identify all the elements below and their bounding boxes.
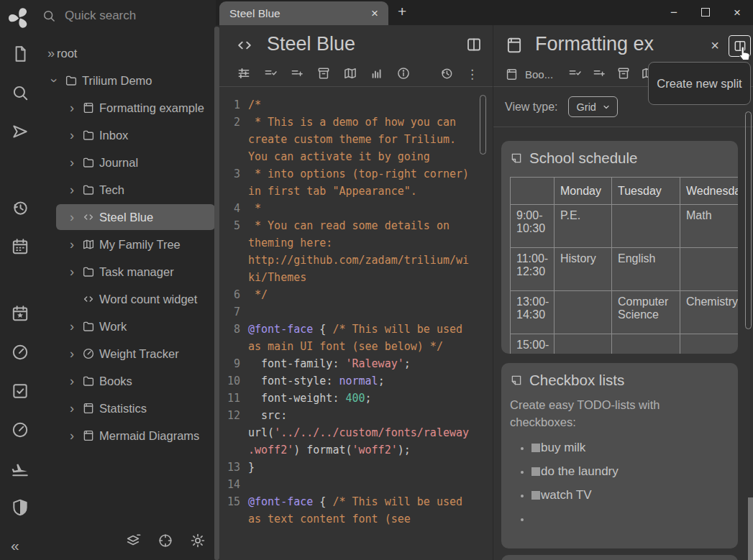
launcher-travel-button[interactable] xyxy=(0,449,40,488)
launcher-calendar-button[interactable] xyxy=(0,227,40,266)
create-split-button-left[interactable] xyxy=(465,36,483,53)
note-pane-left: Steel Blue ⋮ 1 /* 2 * This is a demo of … xyxy=(219,25,493,560)
tree-scrollbar[interactable] xyxy=(214,27,219,560)
layers-minus-button[interactable] xyxy=(125,533,141,551)
note-title-right[interactable]: Formatting ex xyxy=(535,33,697,55)
maximize-icon xyxy=(701,8,710,17)
quick-search-input[interactable]: Quick search xyxy=(42,9,136,23)
ribbon-note-paths-button[interactable] xyxy=(316,66,331,83)
tree-item-formatting-example[interactable]: ›Formatting example xyxy=(40,94,216,121)
settings-button[interactable] xyxy=(190,533,206,551)
checkbox[interactable] xyxy=(531,444,540,452)
ribbon-basic-properties-button[interactable] xyxy=(237,66,251,83)
card-title-text: Checkbox lists xyxy=(529,372,624,389)
chevron-right-icon[interactable]: › xyxy=(66,129,78,141)
tree-item-my-family-tree[interactable]: ›My Family Tree xyxy=(40,231,216,258)
line-number: 11 xyxy=(219,390,248,407)
minimize-button[interactable]: − xyxy=(658,6,690,20)
sliders-icon xyxy=(237,66,251,81)
tree-item-tech[interactable]: ›Tech xyxy=(40,176,216,203)
chevron-right-icon[interactable]: › xyxy=(66,211,78,223)
ribbon-note-map-button[interactable] xyxy=(343,66,357,83)
tab-close-icon[interactable]: × xyxy=(371,6,378,21)
launcher-recent-changes-button[interactable] xyxy=(0,188,40,227)
chevron-right-icon[interactable]: › xyxy=(66,430,78,441)
gauge-icon xyxy=(11,421,29,439)
chevron-right-icon[interactable]: › xyxy=(66,157,78,168)
checkbox[interactable] xyxy=(531,491,540,500)
card-title-school-schedule[interactable]: School schedule xyxy=(510,150,729,167)
new-tab-button[interactable]: + xyxy=(398,3,406,20)
table-row: 13:00-14:30Computer ScienceChemistry xyxy=(511,291,739,334)
launcher-dashboard-button[interactable] xyxy=(0,333,40,372)
tree-item-trilium-demo[interactable]: ›Trilium Demo xyxy=(40,67,216,94)
ribbon-note-info-button[interactable] xyxy=(396,66,411,83)
chevrons-right-icon[interactable]: » xyxy=(45,47,57,59)
right-pane-scrollbar[interactable] xyxy=(745,111,752,329)
launcher-weight-tracker-button[interactable] xyxy=(0,410,40,449)
card-next-partial xyxy=(501,555,738,560)
maximize-button[interactable] xyxy=(690,6,721,20)
launcher-today-journal-button[interactable] xyxy=(0,294,40,333)
trilium-logo-icon xyxy=(5,4,34,32)
launcher-jump-to-note-button[interactable] xyxy=(0,112,40,151)
tree-item-inbox[interactable]: ›Inbox xyxy=(40,121,216,149)
table-cell: P.E. xyxy=(555,205,612,248)
chevron-right-icon[interactable]: › xyxy=(66,184,78,196)
card-title-checkbox-lists[interactable]: Checkbox lists xyxy=(510,372,729,389)
ribbon-similar-notes-button[interactable] xyxy=(370,66,384,83)
tree-item-word-count-widget[interactable]: Word count widget xyxy=(40,285,216,313)
editor-scrollbar[interactable] xyxy=(480,95,486,155)
ribbon-tab-book-properties[interactable]: Boo... xyxy=(505,68,553,81)
ribbon-owned-attributes-button[interactable] xyxy=(263,66,278,83)
more-options-button[interactable]: ⋮ xyxy=(466,71,478,78)
checkbox[interactable] xyxy=(531,467,540,476)
launcher-search-button[interactable] xyxy=(0,73,40,112)
calendar-star-icon xyxy=(11,304,29,323)
chevron-right-icon[interactable]: › xyxy=(66,239,78,250)
ribbon-owned-attributes-button[interactable] xyxy=(567,66,582,83)
ribbon-inherited-attributes-button[interactable] xyxy=(290,66,304,83)
close-split-button[interactable]: × xyxy=(711,37,719,54)
chevron-right-icon[interactable]: › xyxy=(66,375,78,387)
table-cell: History xyxy=(555,248,612,291)
editor-line: 5 * You can read some details on theming… xyxy=(219,217,493,286)
folder-icon xyxy=(82,129,95,142)
tree-item-label: Mermaid Diagrams xyxy=(99,429,199,443)
tree-item-steel-blue[interactable]: ›Steel Blue xyxy=(40,203,216,231)
tree-item-work[interactable]: ›Work xyxy=(40,313,216,340)
launcher-task-manager-button[interactable] xyxy=(0,372,40,410)
tree-item-statistics[interactable]: ›Statistics xyxy=(40,395,216,422)
chevron-right-icon[interactable]: › xyxy=(66,321,78,332)
editor-line: 6 */ xyxy=(219,286,493,303)
window-scrollbar[interactable] xyxy=(748,497,753,560)
code-editor[interactable]: 1 /* 2 * This is a demo of how you can c… xyxy=(219,88,493,560)
chevron-right-icon[interactable]: › xyxy=(66,266,78,277)
editor-line: 9 font-family: 'Raleway'; xyxy=(219,355,493,372)
tree-item-journal[interactable]: ›Journal xyxy=(40,149,216,176)
tree-item-task-manager[interactable]: ›Task manager xyxy=(40,258,216,285)
scroll-to-active-note-button[interactable] xyxy=(158,533,173,551)
tree-item-weight-tracker[interactable]: ›Weight Tracker xyxy=(40,340,216,367)
tree-item-root[interactable]: »root xyxy=(40,40,216,67)
view-type-select[interactable]: Grid xyxy=(568,96,618,117)
launcher-protected-session-button[interactable] xyxy=(0,488,40,527)
ribbon-revisions-button[interactable] xyxy=(439,66,454,83)
ribbon-note-paths-button[interactable] xyxy=(616,66,631,83)
chevron-down-icon[interactable]: › xyxy=(49,75,60,86)
target-icon xyxy=(158,533,173,548)
close-window-button[interactable]: × xyxy=(721,6,753,20)
chevron-right-icon[interactable]: › xyxy=(66,102,78,114)
tree-item-books[interactable]: ›Books xyxy=(40,367,216,395)
tree-item-mermaid-diagrams[interactable]: ›Mermaid Diagrams xyxy=(40,422,216,449)
folder-icon xyxy=(82,265,95,278)
launcher-strip: « xyxy=(0,0,40,560)
launcher-new-note-button[interactable] xyxy=(0,35,40,73)
chevron-right-icon[interactable]: › xyxy=(66,403,78,414)
tab-steel-blue[interactable]: Steel Blue × xyxy=(219,1,388,25)
ribbon-inherited-attributes-button[interactable] xyxy=(592,66,606,83)
chevron-right-icon[interactable]: › xyxy=(66,348,78,359)
note-title-left[interactable]: Steel Blue xyxy=(267,33,355,55)
collapse-tree-button[interactable]: « xyxy=(11,537,19,554)
view-type-value: Grid xyxy=(577,101,596,113)
